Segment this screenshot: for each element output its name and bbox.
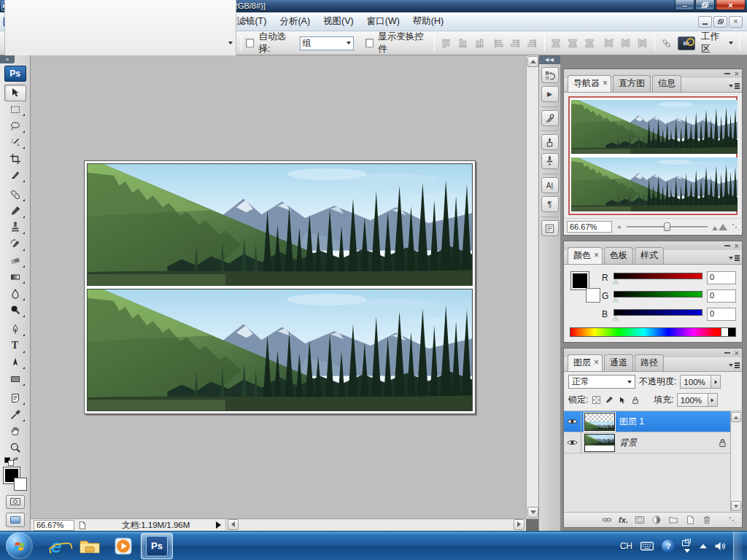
distribute-hcenter-button[interactable] [619,36,633,50]
eyedropper-tool[interactable] [4,406,26,423]
zoom-level-field[interactable]: 66.67% [34,520,74,531]
distribute-bottom-button[interactable] [583,36,597,50]
zoom-tool[interactable] [4,440,26,456]
color-spectrum-ramp[interactable] [570,327,736,337]
panel-menu-icon[interactable] [729,254,740,262]
scroll-left-button[interactable] [228,519,239,530]
horizontal-scrollbar[interactable] [225,519,526,532]
default-colors-control[interactable]: ⇄ [4,456,16,466]
panel-resize-grip[interactable] [732,223,739,230]
tab-color[interactable]: 颜色× [568,247,603,264]
background-color-swatch[interactable] [14,478,27,491]
type-tool[interactable]: T [4,338,26,354]
history-brush-tool[interactable] [4,236,26,252]
link-layers-icon[interactable] [602,515,612,525]
help-tray-icon[interactable]: ? [662,540,675,553]
crop-tool[interactable] [4,150,26,167]
quick-mask-button[interactable] [6,495,25,510]
restore-button[interactable] [695,0,715,10]
foreground-color-swatch[interactable] [571,272,589,289]
status-options-arrow[interactable] [216,521,221,529]
background-thumbnail[interactable] [584,434,615,452]
align-left-button[interactable] [492,36,506,50]
minimize-button[interactable] [675,0,694,10]
menu-view[interactable]: 视图(V) [317,12,360,31]
panel-menu-icon[interactable] [729,82,740,90]
align-top-button[interactable] [439,36,454,50]
internet-explorer-button[interactable]: e [40,533,72,559]
spectrum-gradient[interactable] [570,328,721,336]
auto-select-dropdown[interactable]: 组 [300,36,354,50]
gradient-tool[interactable] [4,269,26,286]
go-to-bridge-button[interactable]: Br [678,36,695,50]
distribute-top-button[interactable] [549,36,564,50]
fill-slider-arrow[interactable] [708,394,717,406]
zoom-in-icon[interactable] [712,224,727,230]
tab-close-icon[interactable]: × [603,78,608,88]
keyboard-icon[interactable] [640,541,654,551]
align-vcenter-button[interactable] [456,36,471,50]
eraser-tool[interactable] [4,252,26,269]
paragraph-panel-button[interactable]: ¶ [541,196,559,212]
panel-minimize-icon[interactable] [724,352,730,354]
clone-stamp-tool[interactable] [4,219,26,236]
lasso-tool[interactable] [4,117,26,134]
navigator-zoom-field[interactable]: 66.67% [567,221,612,233]
layers-scroll-down[interactable] [731,501,741,511]
layer1-thumbnail[interactable] [584,413,615,431]
background-color-swatch[interactable] [586,288,600,303]
photoshop-taskbar-button[interactable]: Ps [141,533,173,559]
adjustment-layer-icon[interactable] [651,515,662,525]
media-player-button[interactable] [107,533,139,559]
panel-close-icon[interactable]: × [735,243,739,249]
tab-channels[interactable]: 通道 [604,354,633,371]
align-right-button[interactable] [525,36,540,50]
green-slider[interactable] [614,291,703,298]
layers-scrollbar[interactable] [730,411,742,512]
layer1-image[interactable] [87,163,473,286]
history-panel-button[interactable] [541,67,559,83]
toolbox-collapse-button[interactable]: » [0,55,15,63]
dock-collapse-button[interactable]: ◀◀ [539,55,561,64]
auto-align-button[interactable] [659,36,673,50]
file-explorer-button[interactable] [74,533,106,559]
lock-position-button[interactable] [617,395,627,405]
tab-paths[interactable]: 路径 [635,354,664,371]
notes-tool[interactable] [4,390,26,407]
layer-row-background[interactable]: 背景 [564,432,730,454]
blue-slider-thumb[interactable] [613,316,619,321]
align-hcenter-button[interactable] [508,36,523,50]
background-name[interactable]: 背景 [619,437,714,449]
tool-presets-panel-button[interactable] [541,110,559,126]
panel-resize-grip[interactable] [729,516,736,524]
navigator-proxy-view[interactable] [568,96,738,215]
doc-close-button[interactable]: × [729,16,743,28]
tab-close-icon[interactable]: × [594,250,599,260]
new-group-icon[interactable] [668,515,678,525]
blue-slider[interactable] [614,309,703,316]
shape-tool[interactable] [4,370,26,387]
blend-mode-dropdown[interactable]: 正常 [568,375,635,389]
spectrum-black-swatch[interactable] [728,328,735,336]
doc-restore-button[interactable] [713,16,727,28]
zoom-out-icon[interactable] [616,225,622,229]
lock-pixels-button[interactable] [604,395,614,405]
slice-tool[interactable] [4,167,26,184]
workspace-dropdown[interactable]: 工作区 [701,31,733,55]
opacity-field[interactable]: 100% [680,375,721,389]
show-desktop-button[interactable] [733,532,743,560]
tab-navigator[interactable]: 导航器× [568,75,611,92]
menu-window[interactable]: 窗口(W) [360,12,406,31]
lock-transparent-button[interactable] [591,395,601,405]
layer1-name[interactable]: 图层 1 [619,416,714,428]
restore-windows-tray-icon[interactable] [682,540,692,552]
show-hidden-icons-button[interactable] [700,544,707,548]
background-image[interactable] [87,289,473,411]
marquee-tool[interactable] [4,101,26,118]
red-slider-thumb[interactable] [613,279,619,284]
brush-tool[interactable] [4,203,26,219]
close-button[interactable]: × [716,0,746,10]
scroll-right-button[interactable] [514,519,525,530]
distribute-right-button[interactable] [635,36,650,50]
layer-comps-panel-button[interactable] [541,220,559,236]
